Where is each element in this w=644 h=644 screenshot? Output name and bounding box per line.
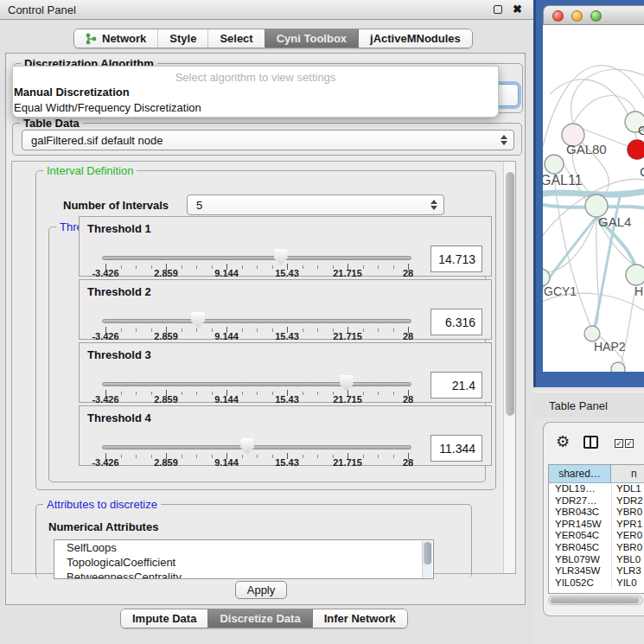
table-cell[interactable]: YBR0 [611,507,644,519]
float-window-icon[interactable] [494,5,502,14]
tab-style[interactable]: Style [157,29,207,48]
tab-cyni-toolbox[interactable]: Cyni Toolbox [265,29,358,48]
column-header-name[interactable]: n [611,465,644,482]
threshold-4-panel: Threshold 4 -3.4262.8599.14415.4321.7152… [79,405,492,466]
tab-infer-network[interactable]: Infer Network [312,609,407,628]
table-cell[interactable]: YER0 [611,530,644,542]
table-data-combobox[interactable]: galFiltered.sif default node [22,130,514,150]
threshold-2-slider[interactable]: -3.4262.8599.14415.4321.71528 [102,280,411,341]
threshold-4-value-field[interactable] [430,435,482,462]
zoom-traffic-light-icon[interactable] [590,10,602,22]
scale-tick-label: 2.859 [154,457,178,468]
scale-tick-label: -3.426 [92,331,118,341]
scale-tick-label: 2.859 [154,331,178,341]
attribute-item[interactable]: BetweennessCentrality [54,570,433,579]
scale-tick-label: -3.426 [92,457,118,468]
table-row[interactable]: YDL19…YDL1 [549,483,644,495]
tab-impute-data[interactable]: Impute Data [121,609,207,628]
dropdown-option-equal-width-frequency[interactable]: Equal Width/Frequency Discretization [14,101,201,114]
table-cell[interactable]: YLR3 [611,565,644,577]
node-label: GAL80 [566,142,607,156]
tab-discretize-data[interactable]: Discretize Data [207,609,311,628]
node-table: shared… n YDL19…YDL1YDR27…YDR2YBR043CYBR… [548,464,644,594]
scale-tick-label: 21.715 [333,457,362,468]
slider-track[interactable] [102,319,411,323]
scale-tick-label: 15.43 [275,268,299,278]
network-canvas[interactable]: GAL80GACGAL11GAL4GCY1HHAP2 [543,25,644,372]
table-cell[interactable]: YDR27… [549,495,611,507]
table-row[interactable]: YBR043CYBR0 [549,507,644,519]
threshold-1-slider[interactable]: -3.4262.8599.14415.4321.71528 [102,217,411,277]
column-header-shared-name[interactable]: shared… [549,465,611,482]
number-of-intervals-combobox[interactable]: 5 [187,194,444,215]
table-cell[interactable]: YDL1 [611,483,644,495]
interval-definition-title: Interval Definition [43,164,137,177]
close-traffic-light-icon[interactable] [552,10,564,22]
scale-tick-label: 9.144 [214,331,239,341]
threshold-3-value-field[interactable] [430,372,482,399]
table-cell[interactable]: YDR2 [611,495,644,507]
attribute-item[interactable]: TopologicalCoefficient [54,555,433,570]
slider-track[interactable] [102,382,411,386]
minimize-traffic-light-icon[interactable] [571,10,583,22]
attribute-item[interactable]: SelfLoops [54,540,433,555]
threshold-2-value-field[interactable] [430,309,482,335]
table-cell[interactable]: YBR0 [611,542,644,554]
table-cell[interactable]: YBL0 [611,554,644,566]
network-node[interactable] [611,362,625,372]
network-node-c[interactable] [628,140,644,159]
table-row[interactable]: YIL052CYIL0 [549,577,644,590]
settings-vertical-scrollbar[interactable] [503,162,515,573]
threshold-1-value-field[interactable] [430,245,482,272]
table-horizontal-scrollbar[interactable] [548,596,643,605]
slider-track[interactable] [102,445,411,450]
table-cell[interactable]: YPR145W [549,519,611,531]
scale-tick-label: 9.144 [214,268,239,278]
table-row[interactable]: YPR145WYPR1 [549,519,644,531]
table-row[interactable]: YBR045CYBR0 [549,542,644,554]
threshold-1-panel: Threshold 1 -3.4262.8599.14415.4321.7152… [79,216,492,277]
table-row[interactable]: YBL079WYBL0 [549,554,644,566]
table-cell[interactable]: YPR1 [611,519,644,531]
network-icon [86,33,97,45]
list-scrollbar[interactable] [422,541,432,579]
slider-scale-labels: -3.4262.8599.14415.4321.71528 [105,394,408,405]
table-cell[interactable]: YLR345W [549,565,611,577]
number-of-intervals-value: 5 [196,199,202,212]
table-cell[interactable]: YIL0 [611,577,644,590]
checkbox-icon[interactable]: ✓ [615,439,623,448]
tab-jactivemnodules[interactable]: jActiveMNodules [358,29,472,48]
table-row[interactable]: YLR345WYLR3 [549,565,644,577]
slider-track[interactable] [102,256,411,260]
network-window-titlebar [543,5,644,25]
apply-button[interactable]: Apply [235,581,287,599]
control-panel-tabbar: Network Style Select Cyni Toolbox jActiv… [73,29,473,48]
table-cell[interactable]: YIL052C [549,577,611,590]
tab-network[interactable]: Network [74,29,157,48]
columns-icon[interactable] [583,436,598,449]
close-icon[interactable]: ✖ [513,3,522,16]
dropdown-prompt: Select algorithm to view settings [13,71,498,84]
table-cell[interactable]: YBR045C [549,542,611,554]
tab-select[interactable]: Select [207,29,264,48]
scale-tick-label: 15.43 [275,394,299,405]
table-cell[interactable]: YDL19… [549,483,611,495]
table-cell[interactable]: YER054C [549,530,611,542]
table-row[interactable]: YER054CYER0 [549,530,644,542]
network-node-gal11[interactable] [545,155,564,174]
network-node-h[interactable] [626,265,644,285]
scale-tick-label: 2.859 [154,268,178,278]
threshold-4-slider[interactable]: -3.4262.8599.14415.4321.71528 [102,406,411,467]
gear-icon[interactable]: ⚙ [556,434,570,450]
node-label: GCY1 [544,284,577,298]
dropdown-option-manual-discretization[interactable]: Manual Discretization [14,86,130,99]
threshold-3-slider[interactable]: -3.4262.8599.14415.4321.71528 [102,343,411,404]
scale-tick-label: 9.144 [214,394,239,405]
algorithm-dropdown-popup: Select algorithm to view settings Manual… [12,66,499,118]
numerical-attributes-list[interactable]: SelfLoopsTopologicalCoefficientBetweenne… [54,539,434,579]
table-cell[interactable]: YBR043C [549,507,611,519]
table-row[interactable]: YDR27…YDR2 [549,495,644,507]
checkbox-icon[interactable]: ✓ [625,439,634,448]
scale-tick-label: 21.715 [333,268,362,278]
table-cell[interactable]: YBL079W [549,554,611,566]
